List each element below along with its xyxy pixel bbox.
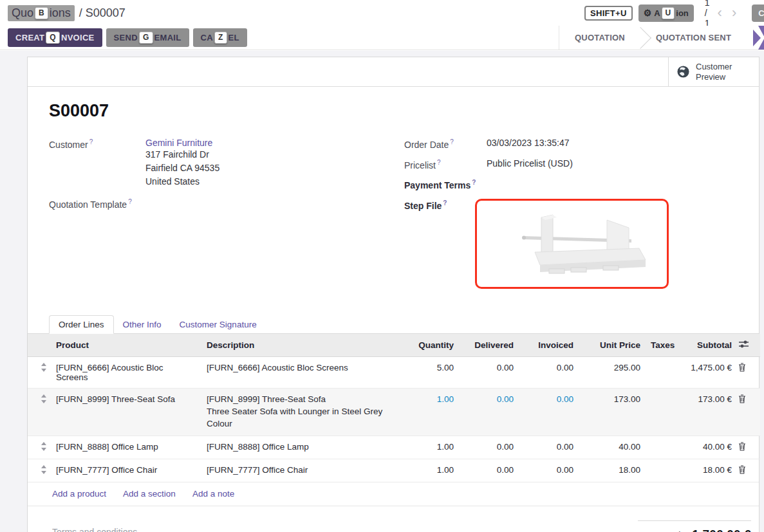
cell-taxes[interactable] bbox=[646, 388, 671, 436]
order-date-label-text: Order Date bbox=[404, 140, 449, 150]
cell-description[interactable]: [FURN_7777] Office Chair bbox=[201, 459, 405, 482]
pricelist-value[interactable]: Public Pricelist (USD) bbox=[487, 158, 573, 170]
drag-handle-icon[interactable] bbox=[33, 363, 47, 374]
column-header-subtotal[interactable]: Subtotal bbox=[671, 334, 737, 357]
table-row[interactable]: [FURN_8888] Office Lamp [FURN_8888] Offi… bbox=[28, 436, 760, 459]
cell-invoiced[interactable]: 0.00 bbox=[519, 388, 579, 436]
order-date-label: Order Date? bbox=[404, 138, 487, 150]
step-file-help-marker[interactable]: ? bbox=[443, 199, 447, 206]
cell-invoiced[interactable]: 0.00 bbox=[519, 356, 579, 388]
cell-quantity[interactable]: 5.00 bbox=[405, 356, 459, 388]
payment-terms-help-marker[interactable]: ? bbox=[472, 179, 476, 186]
cell-quantity[interactable]: 1.00 bbox=[405, 459, 459, 482]
cell-quantity[interactable]: 1.00 bbox=[405, 436, 459, 459]
table-row[interactable]: [FURN_8999] Three-Seat Sofa [FURN_8999] … bbox=[28, 388, 760, 436]
delete-row-icon[interactable] bbox=[738, 394, 746, 405]
cell-unit-price[interactable]: 40.00 bbox=[579, 436, 646, 459]
cell-taxes[interactable] bbox=[646, 459, 671, 482]
pager-next-icon[interactable]: › bbox=[730, 6, 738, 19]
send-email-label-pre: SEND bbox=[114, 33, 138, 42]
cell-product[interactable]: [FURN_8888] Office Lamp bbox=[51, 436, 201, 459]
drag-handle-icon[interactable] bbox=[33, 394, 47, 405]
customer-preview-button[interactable]: Customer Preview bbox=[668, 57, 759, 86]
quotation-template-help-marker[interactable]: ? bbox=[128, 198, 132, 205]
terms-and-conditions-input[interactable]: Terms and conditions... bbox=[52, 527, 145, 532]
cell-unit-price[interactable]: 18.00 bbox=[579, 459, 646, 482]
cell-delivered[interactable]: 0.00 bbox=[459, 356, 519, 388]
cell-delivered[interactable]: 0.00 bbox=[459, 436, 519, 459]
breadcrumb-parent-text-pre: Quo bbox=[12, 6, 33, 20]
create-invoice-button[interactable]: CREATQNVOICE bbox=[8, 28, 102, 47]
column-header-quantity[interactable]: Quantity bbox=[405, 334, 459, 357]
stage-quotation-sent[interactable]: QUOTATION SENT bbox=[640, 26, 747, 50]
cell-description[interactable]: [FURN_6666] Acoustic Bloc Screens bbox=[201, 356, 405, 388]
customer-link[interactable]: Gemini Furniture bbox=[145, 138, 212, 148]
payment-terms-label: Payment Terms? bbox=[404, 178, 487, 190]
breadcrumb: QuoBions / S00007 bbox=[8, 5, 126, 21]
stage-quotation[interactable]: QUOTATION bbox=[559, 26, 640, 50]
send-email-button[interactable]: SENDGEMAIL bbox=[106, 28, 189, 47]
cell-delivered[interactable]: 0.00 bbox=[459, 388, 519, 436]
cell-product[interactable]: [FURN_8999] Three-Seat Sofa bbox=[51, 388, 201, 436]
cutoff-button[interactable]: C bbox=[752, 5, 764, 22]
tab-customer-signature[interactable]: Customer Signature bbox=[171, 316, 266, 333]
pricelist-field-row: Pricelist? Public Pricelist (USD) bbox=[404, 158, 733, 170]
pager-previous-icon[interactable]: ‹ bbox=[716, 6, 724, 19]
drag-handle-icon[interactable] bbox=[33, 442, 47, 453]
table-row[interactable]: [FURN_6666] Acoustic Bloc Screens [FURN_… bbox=[28, 356, 760, 388]
column-header-unit-price[interactable]: Unit Price bbox=[579, 334, 646, 357]
add-a-note-link[interactable]: Add a note bbox=[192, 489, 234, 499]
table-header-row: Product Description Quantity Delivered I… bbox=[28, 334, 760, 357]
step-file-image[interactable] bbox=[475, 199, 669, 289]
cell-taxes[interactable] bbox=[646, 436, 671, 459]
order-date-value[interactable]: 03/03/2023 13:35:47 bbox=[487, 138, 569, 150]
customer-help-marker[interactable]: ? bbox=[89, 138, 93, 145]
cell-invoiced[interactable]: 0.00 bbox=[519, 436, 579, 459]
optional-columns-button[interactable] bbox=[737, 334, 760, 357]
pricelist-help-marker[interactable]: ? bbox=[437, 159, 441, 166]
breadcrumb-parent-quotations[interactable]: QuoBions bbox=[8, 5, 75, 21]
cell-taxes[interactable] bbox=[646, 356, 671, 388]
step-file-3d-part-image bbox=[477, 201, 667, 287]
cell-description[interactable]: [FURN_8999] Three-Seat Sofa Three Seater… bbox=[201, 388, 405, 436]
cell-product[interactable]: [FURN_6666] Acoustic Bloc Screens bbox=[51, 356, 201, 388]
order-lines-table: Product Description Quantity Delivered I… bbox=[28, 334, 760, 482]
drag-handle-icon[interactable] bbox=[33, 465, 47, 476]
odoo-sales-order-page: QuoBions / S00007 SHIFT+U ⚙ A U ion 1 / … bbox=[0, 0, 764, 532]
customer-label: Customer? bbox=[49, 138, 145, 188]
order-form-sheet: Customer Preview S00007 Customer? Gemini… bbox=[27, 57, 759, 532]
column-header-product[interactable]: Product bbox=[51, 334, 201, 357]
cell-delivered[interactable]: 0.00 bbox=[459, 459, 519, 482]
cell-subtotal: 173.00 € bbox=[671, 388, 737, 436]
tab-other-info[interactable]: Other Info bbox=[114, 316, 171, 333]
breadcrumb-current: / S00007 bbox=[79, 6, 126, 20]
column-header-taxes[interactable]: Taxes bbox=[646, 334, 671, 357]
customer-preview-label: Customer Preview bbox=[696, 62, 741, 82]
keyhint-z: Z bbox=[214, 32, 227, 44]
add-a-product-link[interactable]: Add a product bbox=[52, 489, 106, 499]
breadcrumb-bar: QuoBions / S00007 SHIFT+U ⚙ A U ion 1 / … bbox=[0, 0, 764, 26]
delete-row-icon[interactable] bbox=[738, 442, 746, 453]
tab-order-lines[interactable]: Order Lines bbox=[49, 315, 114, 334]
add-a-section-link[interactable]: Add a section bbox=[123, 489, 176, 499]
topbar-right-cluster: SHIFT+U ⚙ A U ion 1 / 1 ‹ › C bbox=[584, 0, 764, 26]
cell-invoiced[interactable]: 0.00 bbox=[519, 459, 579, 482]
notebook-tabs: Order Lines Other Info Customer Signatur… bbox=[28, 314, 759, 334]
column-header-delivered[interactable]: Delivered bbox=[459, 334, 519, 357]
delete-row-icon[interactable] bbox=[738, 363, 746, 374]
cell-description[interactable]: [FURN_8888] Office Lamp bbox=[201, 436, 405, 459]
order-date-field-row: Order Date? 03/03/2023 13:35:47 bbox=[404, 138, 733, 150]
action-menu-button[interactable]: ⚙ A U ion bbox=[638, 5, 694, 22]
cancel-button[interactable]: CAZEL bbox=[193, 28, 247, 47]
column-header-invoiced[interactable]: Invoiced bbox=[519, 334, 579, 357]
cell-product[interactable]: [FURN_7777] Office Chair bbox=[51, 459, 201, 482]
column-header-description[interactable]: Description bbox=[201, 334, 405, 357]
page-title: S00007 bbox=[49, 101, 733, 121]
cell-unit-price[interactable]: 173.00 bbox=[579, 388, 646, 436]
cell-unit-price[interactable]: 295.00 bbox=[579, 356, 646, 388]
delete-row-icon[interactable] bbox=[738, 465, 746, 476]
table-row[interactable]: [FURN_7777] Office Chair [FURN_7777] Off… bbox=[28, 459, 760, 482]
cell-quantity[interactable]: 1.00 bbox=[405, 388, 459, 436]
order-date-help-marker[interactable]: ? bbox=[450, 138, 454, 145]
payment-terms-label-text: Payment Terms bbox=[404, 180, 471, 190]
